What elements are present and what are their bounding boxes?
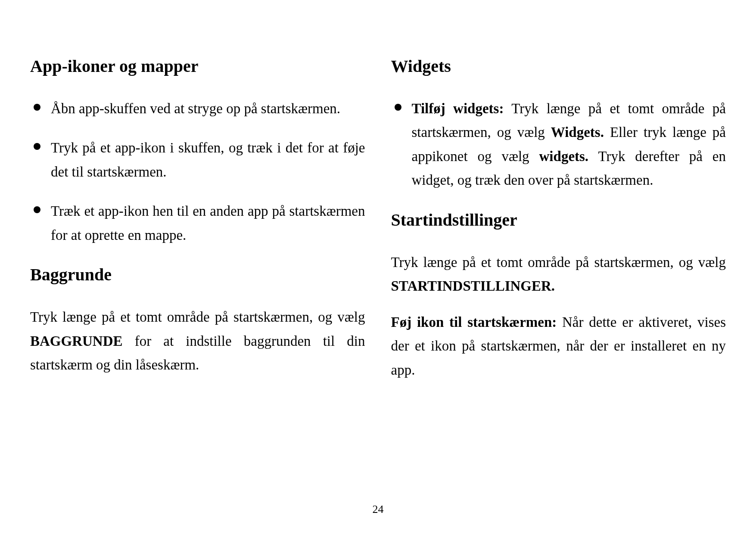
text: Tryk længe på et tomt område på startskæ… [30, 309, 365, 325]
paragraph-home-settings-2: Føj ikon til startskærmen: Når dette er … [391, 310, 726, 382]
heading-widgets: Widgets [391, 56, 726, 76]
bold-text: BAGGRUNDE [30, 333, 123, 349]
bold-text: STARTINDSTILLINGER. [391, 278, 555, 294]
bold-text: Widgets. [551, 124, 604, 140]
page-number: 24 [0, 503, 756, 516]
list-item: Træk et app-ikon hen til en anden app på… [30, 199, 365, 247]
text: Tryk længe på et tomt område på startskæ… [391, 255, 726, 270]
bullet-list-widgets: Tilføj widgets: Tryk længe på et tomt om… [391, 97, 726, 192]
document-page: App-ikoner og mapper Åbn app-skuffen ved… [0, 0, 756, 534]
list-item: Tilføj widgets: Tryk længe på et tomt om… [391, 97, 726, 192]
paragraph-home-settings-1: Tryk længe på et tomt område på startskæ… [391, 251, 726, 298]
list-item: Åbn app-skuffen ved at stryge op på star… [30, 97, 365, 121]
right-column: Widgets Tilføj widgets: Tryk længe på et… [391, 56, 726, 534]
bullet-list-app-icons: Åbn app-skuffen ved at stryge op på star… [30, 97, 365, 247]
bold-text: widgets. [539, 149, 589, 164]
bold-text: Tilføj widgets: [412, 101, 504, 116]
bold-text: Føj ikon til startskærmen: [391, 314, 557, 330]
heading-home-settings: Startindstillinger [391, 210, 726, 230]
left-column: App-ikoner og mapper Åbn app-skuffen ved… [30, 56, 365, 534]
list-item: Tryk på et app-ikon i skuffen, og træk i… [30, 136, 365, 184]
heading-app-icons: App-ikoner og mapper [30, 56, 365, 76]
heading-wallpapers: Baggrunde [30, 264, 365, 285]
paragraph-wallpapers: Tryk længe på et tomt område på startskæ… [30, 305, 365, 377]
